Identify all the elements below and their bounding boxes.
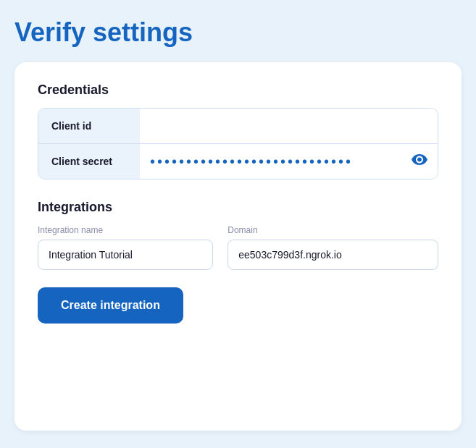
integration-name-label: Integration name [38,225,213,235]
integrations-fields: Integration name Domain [38,225,438,270]
domain-input[interactable] [227,240,438,270]
main-card: Credentials Client id Client secret ••••… [14,62,462,431]
client-secret-row: Client secret ••••••••••••••••••••••••••… [38,143,438,179]
domain-group: Domain [227,225,438,270]
credentials-table: Client id Client secret ••••••••••••••••… [38,108,438,179]
integration-name-group: Integration name [38,225,213,270]
client-secret-value: •••••••••••••••••••••••••••• [140,144,438,179]
create-integration-button[interactable]: Create integration [38,287,183,324]
client-id-row: Client id [38,109,438,143]
integration-name-input[interactable] [38,240,213,270]
client-secret-dots: •••••••••••••••••••••••••••• [150,153,406,170]
toggle-secret-icon[interactable] [412,154,427,169]
client-id-value [140,109,438,143]
page-title: Verify settings [14,17,462,48]
client-id-label: Client id [38,110,140,142]
client-secret-label: Client secret [38,145,140,177]
integrations-section-title: Integrations [38,200,438,215]
integrations-section: Integrations Integration name Domain [38,200,438,270]
credentials-section-title: Credentials [38,83,438,98]
domain-label: Domain [227,225,438,235]
client-id-input[interactable] [150,120,427,132]
